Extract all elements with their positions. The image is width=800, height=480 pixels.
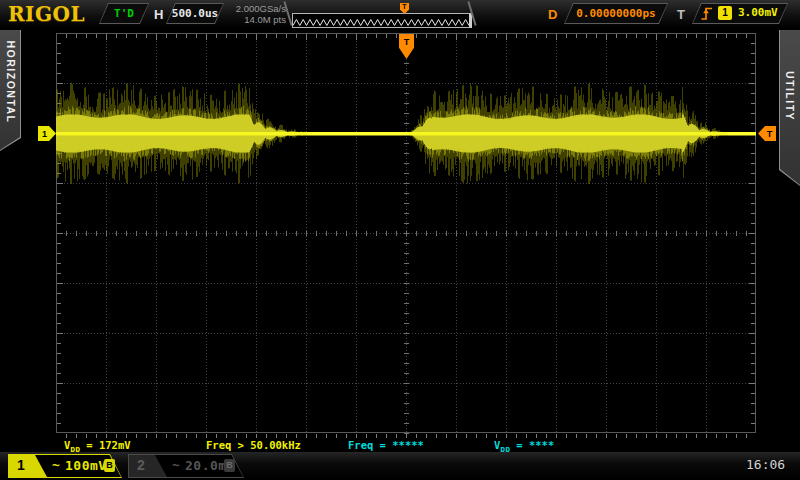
preview-waveform-svg	[293, 16, 469, 29]
channel2-panel[interactable]: 2 ~ 20.0mV B	[128, 454, 244, 478]
rising-edge-icon	[700, 6, 713, 21]
trigger-source-badge: 1	[718, 6, 732, 20]
trigger-settings-panel[interactable]: 1 3.00mV	[692, 3, 788, 24]
sample-rate: 2.000GSa/s	[224, 3, 286, 14]
trigger-label: T	[677, 7, 685, 22]
channel1-number: 1	[17, 457, 25, 473]
trigger-status-panel[interactable]: T'D	[99, 3, 149, 24]
tab-utility-label: UTILITY	[784, 71, 796, 121]
delay-value: 0.00000000ps	[564, 3, 668, 24]
top-status-bar: RIGOL T'D H 500.0us 2.000GSa/s 14.0M pts…	[0, 0, 800, 29]
tab-utility[interactable]: UTILITY	[779, 30, 800, 186]
trigger-status-text: T'D	[99, 3, 149, 24]
bottom-channel-bar: 1 ~ 100mV B 2 ~ 20.0mV B 16:06	[0, 452, 800, 480]
graticule-canvas	[56, 33, 756, 439]
channel1-position-marker[interactable]: 1	[38, 126, 56, 141]
channel1-panel[interactable]: 1 ~ 100mV B	[8, 454, 122, 478]
memory-preview-strip[interactable]	[292, 13, 472, 28]
oscilloscope-screen: RIGOL T'D H 500.0us 2.000GSa/s 14.0M pts…	[0, 0, 800, 480]
channel1-coupling-icon: ~	[52, 457, 60, 472]
delay-panel[interactable]: 0.00000000ps	[564, 3, 668, 24]
preview-wave	[293, 20, 469, 26]
horizontal-label: H	[154, 7, 163, 22]
memory-depth: 14.0M pts	[224, 14, 286, 25]
trigger-level-marker[interactable]: T	[758, 126, 776, 141]
channel2-number: 2	[137, 457, 145, 473]
channel2-bandwidth-icon: B	[224, 459, 235, 472]
acquisition-info: 2.000GSa/s 14.0M pts	[224, 3, 286, 25]
channel2-coupling-icon: ~	[172, 457, 180, 472]
timebase-panel[interactable]: 500.0us	[166, 3, 224, 24]
tab-horizontal[interactable]: HORIZONTAL	[0, 30, 21, 151]
channel1-bandwidth-icon: B	[104, 459, 115, 472]
tab-horizontal-label: HORIZONTAL	[5, 40, 17, 123]
channel1-scale: 100mV	[65, 458, 107, 473]
rigol-logo: RIGOL	[8, 2, 85, 26]
trigger-level-value: 3.00mV	[738, 6, 778, 20]
delay-label: D	[548, 7, 557, 22]
timebase-value: 500.0us	[166, 3, 224, 24]
clock: 16:06	[746, 457, 785, 472]
